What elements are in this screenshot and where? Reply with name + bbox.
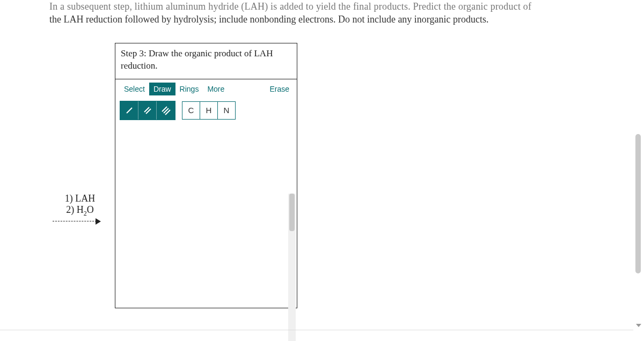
atom-h-button[interactable]: H xyxy=(200,101,218,120)
page-scrollbar[interactable] xyxy=(634,134,642,311)
tab-draw[interactable]: Draw xyxy=(149,83,175,95)
draw-toolbar: Select Draw Rings More Erase xyxy=(115,79,297,97)
atom-n-button[interactable]: N xyxy=(217,101,236,120)
panel-scroll-thumb[interactable] xyxy=(289,194,295,231)
scroll-down-icon[interactable] xyxy=(636,324,641,327)
reagent-line-2: 2) H2O xyxy=(50,204,109,218)
double-bond-button[interactable] xyxy=(138,101,157,120)
tool-row: C H N xyxy=(115,97,297,124)
page-scroll-thumb[interactable] xyxy=(635,134,641,273)
tab-rings[interactable]: Rings xyxy=(175,83,203,95)
atom-c-button[interactable]: C xyxy=(182,101,200,120)
reaction-arrow-icon xyxy=(53,218,101,225)
svg-line-0 xyxy=(127,108,132,113)
reagent-line-1: 1) LAH xyxy=(50,193,109,204)
bond-group xyxy=(120,101,175,120)
single-bond-button[interactable] xyxy=(120,101,138,120)
atom-group: C H N xyxy=(182,101,236,120)
triple-bond-button[interactable] xyxy=(157,101,175,120)
double-bond-icon xyxy=(143,106,152,115)
step-title: Step 3: Draw the organic product of LAH … xyxy=(115,43,297,79)
erase-button[interactable]: Erase xyxy=(266,83,292,95)
triple-bond-icon xyxy=(161,106,171,115)
tab-more[interactable]: More xyxy=(203,83,229,95)
panel-bottom-border xyxy=(0,330,633,330)
structure-draw-panel: Step 3: Draw the organic product of LAH … xyxy=(115,43,297,308)
panel-scrollbar[interactable] xyxy=(288,194,296,341)
question-line-1: In a subsequent step, lithium aluminum h… xyxy=(49,1,531,12)
question-line-2: the LAH reduction followed by hydrolysis… xyxy=(49,14,489,25)
single-bond-icon xyxy=(125,106,134,115)
question-text: In a subsequent step, lithium aluminum h… xyxy=(49,0,639,26)
reagent-conditions: 1) LAH 2) H2O xyxy=(50,193,109,218)
tab-select[interactable]: Select xyxy=(120,83,149,95)
